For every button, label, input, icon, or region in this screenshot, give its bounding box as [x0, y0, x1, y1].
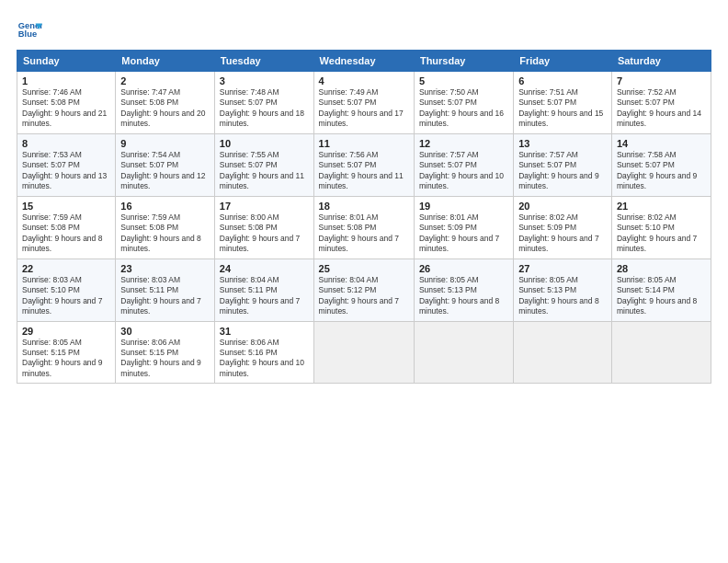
calendar-cell: 2 Sunrise: 7:47 AMSunset: 5:08 PMDayligh…	[116, 72, 215, 134]
day-info: Sunrise: 8:04 AMSunset: 5:12 PMDaylight:…	[319, 275, 409, 317]
logo: General Blue	[17, 17, 46, 42]
calendar-cell: 12 Sunrise: 7:57 AMSunset: 5:07 PMDaylig…	[414, 133, 513, 196]
day-number: 16	[120, 201, 210, 212]
day-info: Sunrise: 8:01 AMSunset: 5:09 PMDaylight:…	[419, 213, 508, 255]
logo-icon: General Blue	[17, 17, 42, 42]
day-info: Sunrise: 8:02 AMSunset: 5:09 PMDaylight:…	[518, 213, 607, 255]
day-number: 29	[22, 326, 110, 337]
calendar-cell: 10 Sunrise: 7:55 AMSunset: 5:07 PMDaylig…	[214, 133, 313, 196]
day-number: 30	[120, 326, 210, 337]
day-info: Sunrise: 8:05 AMSunset: 5:15 PMDaylight:…	[22, 338, 110, 380]
calendar-header-tuesday: Tuesday	[214, 51, 313, 72]
day-info: Sunrise: 8:03 AMSunset: 5:10 PMDaylight:…	[22, 275, 110, 317]
day-info: Sunrise: 7:57 AMSunset: 5:07 PMDaylight:…	[518, 150, 607, 192]
calendar-header-friday: Friday	[514, 51, 612, 72]
calendar-cell: 24 Sunrise: 8:04 AMSunset: 5:11 PMDaylig…	[214, 259, 313, 321]
day-number: 27	[518, 263, 607, 274]
day-info: Sunrise: 8:00 AMSunset: 5:08 PMDaylight:…	[220, 213, 309, 255]
day-number: 26	[419, 263, 508, 274]
day-number: 9	[120, 138, 210, 149]
calendar-table: SundayMondayTuesdayWednesdayThursdayFrid…	[17, 50, 711, 384]
calendar-cell	[313, 321, 414, 384]
day-info: Sunrise: 7:51 AMSunset: 5:07 PMDaylight:…	[518, 87, 607, 130]
calendar-cell: 3 Sunrise: 7:48 AMSunset: 5:07 PMDayligh…	[214, 72, 313, 134]
calendar-cell: 9 Sunrise: 7:54 AMSunset: 5:07 PMDayligh…	[116, 133, 215, 196]
calendar-cell: 19 Sunrise: 8:01 AMSunset: 5:09 PMDaylig…	[414, 196, 513, 259]
calendar-header-thursday: Thursday	[414, 51, 513, 72]
day-number: 19	[419, 201, 508, 212]
day-number: 18	[319, 201, 409, 212]
calendar-cell: 6 Sunrise: 7:51 AMSunset: 5:07 PMDayligh…	[514, 72, 612, 134]
day-info: Sunrise: 7:48 AMSunset: 5:07 PMDaylight:…	[220, 87, 309, 130]
calendar-cell: 25 Sunrise: 8:04 AMSunset: 5:12 PMDaylig…	[313, 259, 414, 321]
calendar-cell: 27 Sunrise: 8:05 AMSunset: 5:13 PMDaylig…	[514, 259, 612, 321]
calendar-cell: 1 Sunrise: 7:46 AMSunset: 5:08 PMDayligh…	[17, 72, 116, 134]
calendar-header-monday: Monday	[116, 51, 215, 72]
day-number: 2	[120, 75, 210, 86]
calendar-week-5: 29 Sunrise: 8:05 AMSunset: 5:15 PMDaylig…	[17, 321, 711, 384]
page: General Blue SundayMondayTuesdayWednesda…	[0, 0, 728, 563]
day-number: 22	[22, 263, 110, 274]
day-number: 1	[22, 75, 110, 86]
day-info: Sunrise: 7:58 AMSunset: 5:07 PMDaylight:…	[617, 150, 706, 192]
day-number: 7	[617, 75, 706, 86]
day-number: 5	[419, 75, 508, 86]
day-number: 31	[220, 326, 309, 337]
calendar-cell: 11 Sunrise: 7:56 AMSunset: 5:07 PMDaylig…	[313, 133, 414, 196]
calendar-week-4: 22 Sunrise: 8:03 AMSunset: 5:10 PMDaylig…	[17, 259, 711, 321]
calendar-cell: 29 Sunrise: 8:05 AMSunset: 5:15 PMDaylig…	[17, 321, 116, 384]
day-info: Sunrise: 7:59 AMSunset: 5:08 PMDaylight:…	[120, 213, 210, 255]
day-info: Sunrise: 7:57 AMSunset: 5:07 PMDaylight:…	[419, 150, 508, 192]
day-number: 25	[319, 263, 409, 274]
calendar-cell: 22 Sunrise: 8:03 AMSunset: 5:10 PMDaylig…	[17, 259, 116, 321]
day-info: Sunrise: 8:04 AMSunset: 5:11 PMDaylight:…	[220, 275, 309, 317]
day-info: Sunrise: 7:54 AMSunset: 5:07 PMDaylight:…	[120, 150, 210, 192]
calendar-cell: 21 Sunrise: 8:02 AMSunset: 5:10 PMDaylig…	[611, 196, 711, 259]
day-number: 13	[518, 138, 607, 149]
day-number: 11	[319, 138, 409, 149]
day-info: Sunrise: 7:55 AMSunset: 5:07 PMDaylight:…	[220, 150, 309, 192]
calendar-header-wednesday: Wednesday	[313, 51, 414, 72]
day-info: Sunrise: 8:06 AMSunset: 5:15 PMDaylight:…	[120, 338, 210, 380]
day-number: 28	[617, 263, 706, 274]
day-info: Sunrise: 7:53 AMSunset: 5:07 PMDaylight:…	[22, 150, 110, 192]
calendar-cell	[514, 321, 612, 384]
day-number: 17	[220, 201, 309, 212]
header: General Blue	[17, 17, 711, 42]
day-number: 12	[419, 138, 508, 149]
day-number: 10	[220, 138, 309, 149]
day-info: Sunrise: 7:50 AMSunset: 5:07 PMDaylight:…	[419, 87, 508, 130]
calendar-cell: 31 Sunrise: 8:06 AMSunset: 5:16 PMDaylig…	[214, 321, 313, 384]
calendar-cell: 30 Sunrise: 8:06 AMSunset: 5:15 PMDaylig…	[116, 321, 215, 384]
day-number: 23	[120, 263, 210, 274]
calendar-cell: 26 Sunrise: 8:05 AMSunset: 5:13 PMDaylig…	[414, 259, 513, 321]
calendar-cell: 14 Sunrise: 7:58 AMSunset: 5:07 PMDaylig…	[611, 133, 711, 196]
calendar-cell: 4 Sunrise: 7:49 AMSunset: 5:07 PMDayligh…	[313, 72, 414, 134]
day-info: Sunrise: 7:49 AMSunset: 5:07 PMDaylight:…	[319, 87, 409, 130]
day-info: Sunrise: 7:52 AMSunset: 5:07 PMDaylight:…	[617, 87, 706, 130]
day-info: Sunrise: 7:59 AMSunset: 5:08 PMDaylight:…	[22, 213, 110, 255]
day-info: Sunrise: 7:47 AMSunset: 5:08 PMDaylight:…	[120, 87, 210, 130]
day-number: 21	[617, 201, 706, 212]
day-info: Sunrise: 8:06 AMSunset: 5:16 PMDaylight:…	[220, 338, 309, 380]
calendar-cell: 17 Sunrise: 8:00 AMSunset: 5:08 PMDaylig…	[214, 196, 313, 259]
calendar-cell: 28 Sunrise: 8:05 AMSunset: 5:14 PMDaylig…	[611, 259, 711, 321]
day-info: Sunrise: 8:01 AMSunset: 5:08 PMDaylight:…	[319, 213, 409, 255]
day-info: Sunrise: 7:56 AMSunset: 5:07 PMDaylight:…	[319, 150, 409, 192]
day-number: 20	[518, 201, 607, 212]
calendar-cell: 13 Sunrise: 7:57 AMSunset: 5:07 PMDaylig…	[514, 133, 612, 196]
day-number: 24	[220, 263, 309, 274]
calendar-cell: 20 Sunrise: 8:02 AMSunset: 5:09 PMDaylig…	[514, 196, 612, 259]
calendar-cell: 15 Sunrise: 7:59 AMSunset: 5:08 PMDaylig…	[17, 196, 116, 259]
calendar-cell: 5 Sunrise: 7:50 AMSunset: 5:07 PMDayligh…	[414, 72, 513, 134]
calendar-week-1: 1 Sunrise: 7:46 AMSunset: 5:08 PMDayligh…	[17, 72, 711, 134]
calendar-header-row: SundayMondayTuesdayWednesdayThursdayFrid…	[17, 51, 711, 72]
svg-text:Blue: Blue	[18, 29, 37, 39]
day-number: 15	[22, 201, 110, 212]
day-number: 14	[617, 138, 706, 149]
calendar-cell: 8 Sunrise: 7:53 AMSunset: 5:07 PMDayligh…	[17, 133, 116, 196]
calendar-cell: 23 Sunrise: 8:03 AMSunset: 5:11 PMDaylig…	[116, 259, 215, 321]
calendar-cell	[414, 321, 513, 384]
calendar-body: 1 Sunrise: 7:46 AMSunset: 5:08 PMDayligh…	[17, 72, 711, 384]
calendar-week-2: 8 Sunrise: 7:53 AMSunset: 5:07 PMDayligh…	[17, 133, 711, 196]
